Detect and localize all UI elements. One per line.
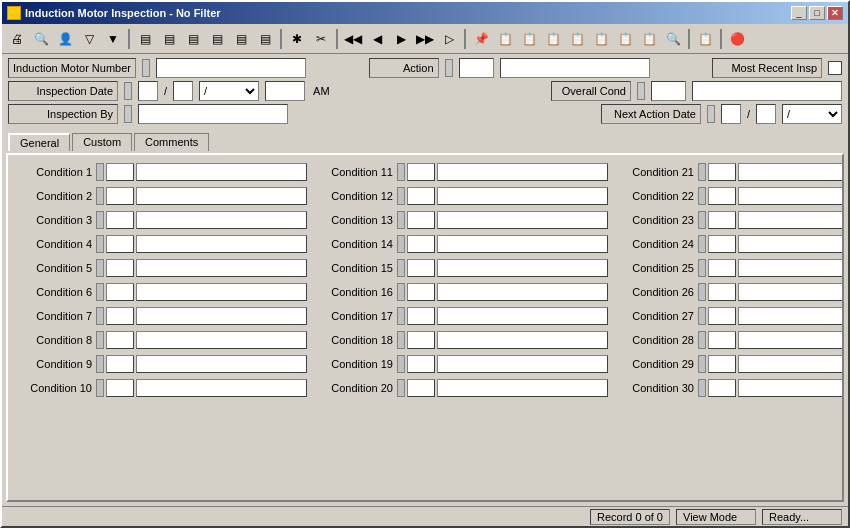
condition-code-input[interactable]: [106, 163, 134, 181]
condition-value-input[interactable]: [738, 259, 844, 277]
condition-value-input[interactable]: [738, 211, 844, 229]
toolbar-btn-7[interactable]: ✱: [286, 28, 308, 50]
condition-value-input[interactable]: [738, 331, 844, 349]
toolbar-btn-16[interactable]: 📋: [638, 28, 660, 50]
toolbar-btn-14[interactable]: 📋: [590, 28, 612, 50]
exit-button[interactable]: 🔴: [726, 28, 748, 50]
condition-code-input[interactable]: [407, 331, 435, 349]
condition-code-input[interactable]: [708, 211, 736, 229]
condition-value-input[interactable]: [136, 187, 307, 205]
condition-code-input[interactable]: [708, 331, 736, 349]
condition-code-input[interactable]: [407, 163, 435, 181]
condition-code-input[interactable]: [708, 355, 736, 373]
condition-code-input[interactable]: [407, 355, 435, 373]
condition-value-input[interactable]: [437, 235, 608, 253]
condition-value-input[interactable]: [136, 259, 307, 277]
condition-value-input[interactable]: [437, 211, 608, 229]
condition-code-input[interactable]: [106, 379, 134, 397]
condition-code-input[interactable]: [708, 235, 736, 253]
condition-code-input[interactable]: [106, 259, 134, 277]
filter-button[interactable]: ▽: [78, 28, 100, 50]
condition-code-input[interactable]: [407, 187, 435, 205]
condition-code-input[interactable]: [106, 307, 134, 325]
tab-comments[interactable]: Comments: [134, 133, 209, 151]
prev-record-button[interactable]: ◀: [366, 28, 388, 50]
condition-value-input[interactable]: [437, 331, 608, 349]
tab-custom[interactable]: Custom: [72, 133, 132, 151]
tab-general[interactable]: General: [8, 133, 70, 151]
condition-code-input[interactable]: [106, 187, 134, 205]
condition-code-input[interactable]: [106, 331, 134, 349]
next-record-button[interactable]: ▶: [390, 28, 412, 50]
date-part2-input[interactable]: [173, 81, 193, 101]
toolbar-btn-9[interactable]: 📌: [470, 28, 492, 50]
next-date-part1-input[interactable]: [721, 104, 741, 124]
date-dropdown[interactable]: /: [199, 81, 259, 101]
condition-value-input[interactable]: [437, 355, 608, 373]
condition-code-input[interactable]: [106, 355, 134, 373]
condition-code-input[interactable]: [708, 307, 736, 325]
toolbar-btn-3[interactable]: ▤: [182, 28, 204, 50]
condition-value-input[interactable]: [437, 259, 608, 277]
condition-value-input[interactable]: [738, 235, 844, 253]
toolbar-btn-17[interactable]: 🔍: [662, 28, 684, 50]
condition-code-input[interactable]: [407, 235, 435, 253]
condition-code-input[interactable]: [708, 187, 736, 205]
overall-cond-code-input[interactable]: [651, 81, 686, 101]
action-desc-input[interactable]: [500, 58, 650, 78]
toolbar-btn-1[interactable]: ▤: [134, 28, 156, 50]
condition-code-input[interactable]: [106, 211, 134, 229]
condition-value-input[interactable]: [136, 211, 307, 229]
condition-code-input[interactable]: [708, 259, 736, 277]
toolbar-btn-4[interactable]: ▤: [206, 28, 228, 50]
time-input[interactable]: [265, 81, 305, 101]
toolbar-btn-8[interactable]: ✂: [310, 28, 332, 50]
print-button[interactable]: 🖨: [6, 28, 28, 50]
toolbar-btn-11[interactable]: 📋: [518, 28, 540, 50]
condition-value-input[interactable]: [738, 283, 844, 301]
toolbar-btn-2[interactable]: ▤: [158, 28, 180, 50]
condition-value-input[interactable]: [437, 307, 608, 325]
condition-value-input[interactable]: [437, 379, 608, 397]
most-recent-checkbox[interactable]: [828, 61, 842, 75]
condition-code-input[interactable]: [407, 307, 435, 325]
condition-value-input[interactable]: [136, 355, 307, 373]
condition-code-input[interactable]: [708, 379, 736, 397]
maximize-button[interactable]: □: [809, 6, 825, 20]
action-code-input[interactable]: [459, 58, 494, 78]
condition-code-input[interactable]: [407, 283, 435, 301]
condition-value-input[interactable]: [738, 379, 844, 397]
condition-code-input[interactable]: [407, 379, 435, 397]
toolbar-btn-5[interactable]: ▤: [230, 28, 252, 50]
close-button[interactable]: ✕: [827, 6, 843, 20]
condition-value-input[interactable]: [136, 283, 307, 301]
toolbar-btn-18[interactable]: 📋: [694, 28, 716, 50]
filter-dropdown[interactable]: ▼: [102, 28, 124, 50]
condition-code-input[interactable]: [106, 235, 134, 253]
condition-value-input[interactable]: [738, 163, 844, 181]
search-button[interactable]: 🔍: [30, 28, 52, 50]
new-record-button[interactable]: ▷: [438, 28, 460, 50]
condition-code-input[interactable]: [708, 163, 736, 181]
toolbar-btn-12[interactable]: 📋: [542, 28, 564, 50]
inspection-by-input[interactable]: [138, 104, 288, 124]
date-part1-input[interactable]: [138, 81, 158, 101]
toolbar-btn-10[interactable]: 📋: [494, 28, 516, 50]
condition-value-input[interactable]: [738, 307, 844, 325]
condition-value-input[interactable]: [437, 163, 608, 181]
user-button[interactable]: 👤: [54, 28, 76, 50]
condition-value-input[interactable]: [136, 307, 307, 325]
condition-value-input[interactable]: [136, 163, 307, 181]
condition-value-input[interactable]: [738, 187, 844, 205]
condition-value-input[interactable]: [437, 187, 608, 205]
first-record-button[interactable]: ◀◀: [342, 28, 364, 50]
next-date-part2-input[interactable]: [756, 104, 776, 124]
motor-number-input[interactable]: [156, 58, 306, 78]
minimize-button[interactable]: _: [791, 6, 807, 20]
toolbar-btn-6[interactable]: ▤: [254, 28, 276, 50]
condition-value-input[interactable]: [437, 283, 608, 301]
toolbar-btn-13[interactable]: 📋: [566, 28, 588, 50]
condition-code-input[interactable]: [407, 211, 435, 229]
condition-code-input[interactable]: [407, 259, 435, 277]
next-date-dropdown[interactable]: /: [782, 104, 842, 124]
